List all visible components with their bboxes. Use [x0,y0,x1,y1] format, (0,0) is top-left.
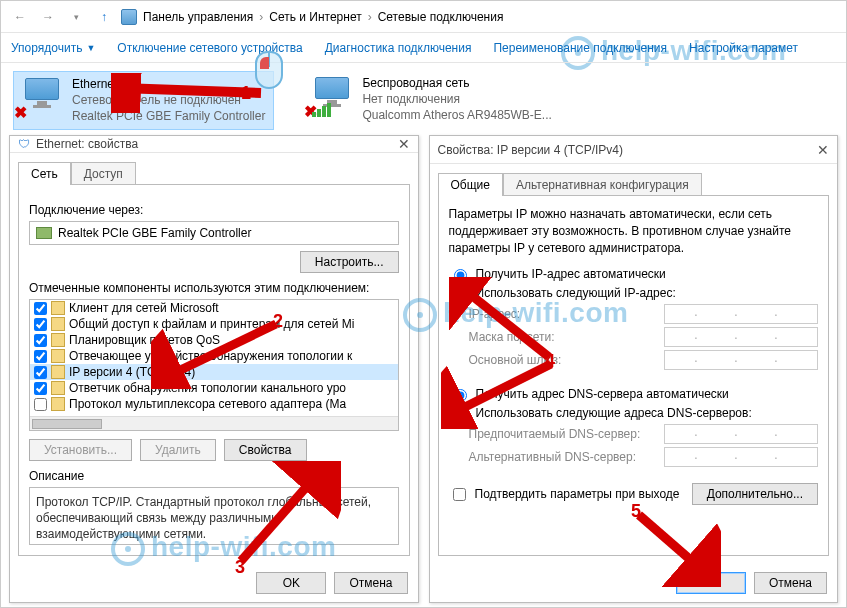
ok-button[interactable]: OK [256,572,326,594]
uninstall-button[interactable]: Удалить [140,439,216,461]
tabstrip: Сеть Доступ [10,153,418,184]
cancel-button[interactable]: Отмена [334,572,407,594]
ip-auto-label: Получить IP-адрес автоматически [476,267,666,281]
adapter-name: Realtek PCIe GBE Family Controller [58,226,251,240]
dialog-title: Свойства: IP версии 4 (TCP/IPv4) [438,143,624,157]
component-checkbox[interactable] [34,382,47,395]
nav-back-button[interactable]: ← [9,6,31,28]
explorer-topbar: ← → ▾ ↑ Панель управления › Сеть и Интер… [1,1,846,33]
horizontal-scrollbar[interactable] [30,416,398,430]
connection-adapter: Realtek PCIe GBE Family Controller [72,108,265,124]
dialogs-area: 🛡Ethernet: свойства ✕ Сеть Доступ Подклю… [9,135,838,603]
install-button[interactable]: Установить... [29,439,132,461]
organize-menu[interactable]: Упорядочить▼ [11,41,95,55]
connection-adapter: Qualcomm Atheros AR9485WB-E... [362,107,551,123]
component-checkbox[interactable] [34,334,47,347]
ok-button[interactable]: OK [676,572,746,594]
component-checkbox[interactable] [34,366,47,379]
close-icon[interactable]: ✕ [817,142,829,158]
dialog-button-row: OK Отмена [430,564,838,602]
chevron-down-icon: ▼ [86,43,95,53]
configure-button[interactable]: Настроить... [300,251,399,273]
protocol-icon [51,349,65,363]
subnet-mask-input: . . . [664,327,818,347]
ip-auto-radio[interactable] [454,269,467,282]
component-checkbox[interactable] [34,398,47,411]
nav-up-button[interactable]: ↑ [93,6,115,28]
connection-name: Беспроводная сеть [362,75,551,91]
dns-auto-radio[interactable] [454,389,467,402]
protocol-icon [51,397,65,411]
tab-body-general: Параметры IP можно назначать автоматичес… [438,195,830,556]
connection-wireless[interactable]: ✖ Беспроводная сеть Нет подключения Qual… [304,71,559,130]
protocol-icon [51,365,65,379]
breadcrumb[interactable]: Панель управления › Сеть и Интернет › Се… [143,10,503,24]
description-label: Описание [29,469,399,483]
components-listbox[interactable]: Клиент для сетей Microsoft Общий доступ … [29,299,399,431]
dialog-titlebar[interactable]: Свойства: IP версии 4 (TCP/IPv4) ✕ [430,136,838,164]
settings-button[interactable]: Настройка парамет [689,41,798,55]
dns-manual-radio[interactable] [454,408,467,421]
list-item: Планировщик пакетов QoS [30,332,398,348]
service-icon [51,317,65,331]
tab-network[interactable]: Сеть [18,162,71,185]
ethernet-properties-dialog: 🛡Ethernet: свойства ✕ Сеть Доступ Подклю… [9,135,419,603]
properties-button[interactable]: Свойства [224,439,307,461]
validate-checkbox[interactable] [453,488,466,501]
wifi-adapter-icon: ✖ [312,75,354,117]
chevron-right-icon: › [368,10,372,24]
breadcrumb-l2[interactable]: Сетевые подключения [378,10,504,24]
cancel-button[interactable]: Отмена [754,572,827,594]
tab-general[interactable]: Общие [438,173,503,196]
ip-manual-radio[interactable] [454,288,467,301]
diagnose-button[interactable]: Диагностика подключения [325,41,472,55]
connections-list: ✖ Ethernet Сетевой кабель не подключен R… [1,63,846,140]
gateway-input: . . . [664,350,818,370]
dialog-button-row: OK Отмена [10,564,418,602]
control-panel-icon [121,9,137,25]
connection-name: Ethernet [72,76,265,92]
ipv4-properties-dialog: Свойства: IP версии 4 (TCP/IPv4) ✕ Общие… [429,135,839,603]
validate-label: Подтвердить параметры при выходе [475,487,680,501]
alt-dns-input: . . . [664,447,818,467]
components-label: Отмеченные компоненты используются этим … [29,281,399,295]
scrollbar-thumb[interactable] [32,419,102,429]
dns-manual-label: Использовать следующие адреса DNS-сервер… [476,406,752,420]
info-paragraph: Параметры IP можно назначать автоматичес… [449,206,819,256]
nav-forward-button: → [37,6,59,28]
connection-status: Сетевой кабель не подключен [72,92,265,108]
protocol-icon [51,381,65,395]
rename-button[interactable]: Переименование подключения [493,41,667,55]
list-item: Общий доступ к файлам и принтерам для се… [30,316,398,332]
adapter-name-box: Realtek PCIe GBE Family Controller [29,221,399,245]
component-checkbox[interactable] [34,350,47,363]
command-toolbar: Упорядочить▼ Отключение сетевого устройс… [1,33,846,63]
list-item: Отвечающее устройство обнаружения тополо… [30,348,398,364]
breadcrumb-l1[interactable]: Сеть и Интернет [269,10,361,24]
tab-alt-config[interactable]: Альтернативная конфигурация [503,173,702,196]
signal-bars-icon [312,103,331,117]
list-item: Протокол мультиплексора сетевого адаптер… [30,396,398,412]
connection-ethernet[interactable]: ✖ Ethernet Сетевой кабель не подключен R… [13,71,274,130]
ip-manual-label: Использовать следующий IP-адрес: [476,286,676,300]
subnet-mask-label: Маска подсети: [469,330,555,344]
breadcrumb-root[interactable]: Панель управления [143,10,253,24]
nic-icon [36,227,52,239]
tab-body-network: Подключение через: Realtek PCIe GBE Fami… [18,184,410,556]
disable-device-button[interactable]: Отключение сетевого устройства [117,41,302,55]
component-checkbox[interactable] [34,302,47,315]
connect-through-label: Подключение через: [29,203,399,217]
ethernet-adapter-icon: ✖ [22,76,64,118]
tab-access[interactable]: Доступ [71,162,136,185]
pref-dns-label: Предпочитаемый DNS-сервер: [469,427,641,441]
advanced-button[interactable]: Дополнительно... [692,483,818,505]
ip-address-label: IP-адрес: [469,307,521,321]
pref-dns-input: . . . [664,424,818,444]
ip-address-input: . . . [664,304,818,324]
tabstrip: Общие Альтернативная конфигурация [430,164,838,195]
component-checkbox[interactable] [34,318,47,331]
nav-history-button[interactable]: ▾ [65,6,87,28]
list-item: Ответчик обнаружения топологии канальног… [30,380,398,396]
chevron-right-icon: › [259,10,263,24]
description-text: Протокол TCP/IP. Стандартный протокол гл… [29,487,399,545]
